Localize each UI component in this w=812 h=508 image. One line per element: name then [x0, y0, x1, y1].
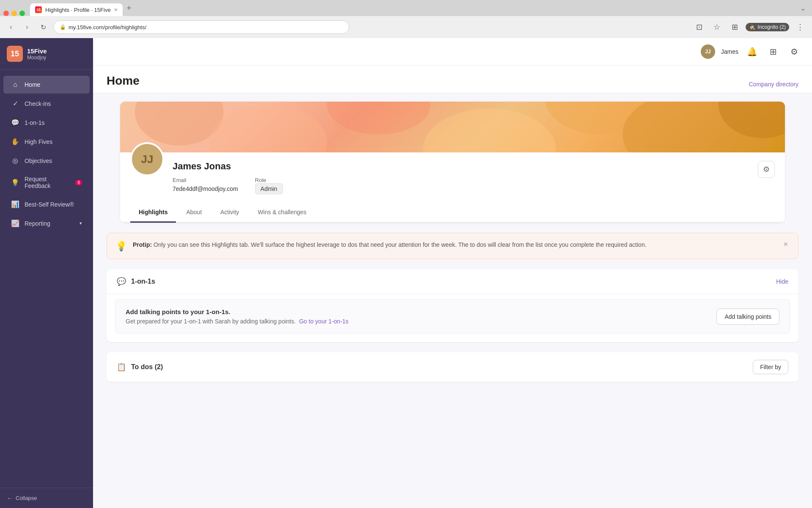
- brand-subtitle: Moodjoy: [27, 55, 47, 61]
- highfives-icon: ✋: [11, 138, 19, 146]
- incognito-icon: 🕵: [749, 24, 755, 30]
- sidebar-brand: 15 15Five Moodjoy: [0, 38, 93, 70]
- tab-highlights[interactable]: Highlights: [130, 203, 176, 223]
- forward-button[interactable]: ›: [21, 21, 33, 33]
- email-value: 7ede4ddf@moodjoy.com: [173, 185, 238, 192]
- reporting-icon: 📈: [11, 219, 19, 227]
- window-maximize-button[interactable]: [19, 11, 25, 16]
- settings-button[interactable]: ⚙: [787, 44, 802, 59]
- sidebar-item-highfives[interactable]: ✋ High Fives: [3, 133, 90, 151]
- window-minimize-button[interactable]: [11, 11, 17, 16]
- sidebar-item-bestself[interactable]: 📊 Best-Self Review®: [3, 195, 90, 213]
- svg-point-1: [209, 105, 327, 152]
- sidebar-item-highfives-label: High Fives: [25, 138, 52, 145]
- tab-close-button[interactable]: ×: [114, 6, 118, 13]
- sidebar-item-bestself-label: Best-Self Review®: [25, 201, 74, 208]
- main-content: JJ James 🔔 ⊞ ⚙ Home Company directory: [93, 38, 812, 508]
- oneonone-section: 💬 1-on-1s Hide Add talking points to you…: [107, 269, 798, 342]
- page-content: Home Company directory: [93, 66, 812, 419]
- talking-points-body: Get prepared for your 1-on-1 with Sarah …: [126, 318, 348, 325]
- sidebar-item-objectives[interactable]: ◎ Objectives: [3, 152, 90, 170]
- new-tab-button[interactable]: +: [124, 4, 134, 13]
- oneonone-section-header: 💬 1-on-1s Hide: [107, 269, 798, 294]
- talking-points-text: Add talking points to your 1-on-1s. Get …: [126, 308, 348, 325]
- lock-icon: 🔒: [60, 24, 66, 30]
- company-directory-link[interactable]: Company directory: [749, 81, 799, 88]
- svg-point-3: [423, 108, 556, 152]
- profile-card: JJ James Jonas Email 7ede4ddf@moodjoy.co…: [120, 102, 785, 223]
- address-text: my.15five.com/profile/highlights/: [69, 24, 146, 30]
- sidebar-item-requestfeedback[interactable]: 💡 Request Feedback 8: [3, 171, 90, 194]
- browser-toolbar: ‹ › ↻ 🔒 my.15five.com/profile/highlights…: [0, 16, 812, 38]
- top-avatar: JJ: [701, 44, 715, 59]
- sidebar-item-objectives-label: Objectives: [25, 157, 52, 164]
- profile-avatar: JJ: [130, 142, 164, 176]
- checkins-icon: ✓: [11, 99, 19, 108]
- tab-activity[interactable]: Activity: [212, 203, 247, 223]
- 1on1s-icon: 💬: [11, 119, 19, 127]
- incognito-label: Incognito (2): [757, 24, 786, 30]
- profile-tabs: Highlights About Activity Wins & challen…: [120, 203, 785, 223]
- objectives-icon: ◎: [11, 157, 19, 165]
- cast-icon[interactable]: ⊡: [692, 20, 706, 34]
- reporting-chevron-icon: ▾: [80, 221, 82, 226]
- todos-title: To dos (2): [131, 363, 748, 371]
- brand-name: 15Five: [27, 47, 47, 55]
- oneonone-content: Add talking points to your 1-on-1s. Get …: [107, 294, 798, 342]
- bestself-icon: 📊: [11, 200, 19, 208]
- protip-text: Protip: Only you can see this Highlights…: [133, 240, 647, 249]
- tab-list-button[interactable]: ⌄: [797, 2, 809, 14]
- sidebar-item-checkins-label: Check-ins: [25, 100, 51, 107]
- oneonone-title: 1-on-1s: [131, 278, 771, 285]
- sidebar: 15 15Five Moodjoy ⌂ Home ✓ Check-ins 💬 1…: [0, 38, 93, 508]
- sidebar-item-requestfeedback-label: Request Feedback: [25, 176, 70, 189]
- todos-section-header: 📋 To dos (2) Filter by: [107, 352, 798, 382]
- sidebar-item-home[interactable]: ⌂ Home: [3, 76, 90, 94]
- profile-details: James Jonas Email 7ede4ddf@moodjoy.com R…: [173, 159, 775, 193]
- sidebar-item-reporting[interactable]: 📈 Reporting ▾: [3, 214, 90, 232]
- profile-email-field: Email 7ede4ddf@moodjoy.com: [173, 177, 238, 193]
- collapse-button[interactable]: ← Collapse: [7, 495, 86, 501]
- brand-logo-icon: 15: [7, 46, 23, 62]
- sidebar-item-checkins[interactable]: ✓ Check-ins: [3, 94, 90, 113]
- go-to-1on1s-link[interactable]: Go to your 1-on-1s: [299, 318, 348, 325]
- profile-meta: Email 7ede4ddf@moodjoy.com Role Admin: [173, 177, 775, 193]
- address-bar[interactable]: 🔒 my.15five.com/profile/highlights/: [53, 20, 349, 34]
- tab-favicon: 15: [35, 6, 42, 13]
- window-close-button[interactable]: [3, 11, 9, 16]
- role-label: Role: [255, 177, 283, 183]
- profile-banner: [120, 102, 785, 152]
- incognito-badge: 🕵 Incognito (2): [746, 23, 789, 31]
- tab-wins-challenges[interactable]: Wins & challenges: [249, 203, 315, 223]
- tab-about[interactable]: About: [178, 203, 210, 223]
- tab-content-area: 💡 Protip: Only you can see this Highligh…: [93, 223, 812, 402]
- top-bar: JJ James 🔔 ⊞ ⚙: [93, 38, 812, 66]
- profile-window-icon[interactable]: ⊞: [728, 20, 741, 34]
- more-options-button[interactable]: ⋮: [793, 20, 807, 34]
- browser-actions: ⊡ ☆ ⊞ 🕵 Incognito (2) ⋮: [692, 20, 807, 34]
- active-tab[interactable]: 15 Highlights · Profile · 15Five ×: [30, 3, 123, 16]
- oneonone-hide-button[interactable]: Hide: [776, 278, 788, 285]
- requestfeedback-badge: 8: [75, 180, 82, 185]
- sidebar-item-1on1s[interactable]: 💬 1-on-1s: [3, 113, 90, 132]
- role-badge: Admin: [255, 183, 283, 194]
- profile-settings-button[interactable]: ⚙: [758, 161, 775, 178]
- requestfeedback-icon: 💡: [11, 179, 19, 187]
- bookmark-button[interactable]: ☆: [710, 20, 724, 34]
- reload-button[interactable]: ↻: [37, 21, 49, 33]
- todos-icon: 📋: [117, 362, 126, 372]
- oneonone-icon: 💬: [117, 277, 126, 286]
- sidebar-item-1on1s-label: 1-on-1s: [25, 119, 44, 126]
- profile-info: JJ James Jonas Email 7ede4ddf@moodjoy.co…: [120, 152, 785, 203]
- protip-close-button[interactable]: ×: [782, 240, 790, 249]
- profile-wrapper: JJ James Jonas Email 7ede4ddf@moodjoy.co…: [93, 93, 812, 223]
- email-label: Email: [173, 177, 238, 183]
- add-talking-points-button[interactable]: Add talking points: [716, 309, 779, 325]
- collapse-label: Collapse: [16, 495, 37, 501]
- notifications-button[interactable]: 🔔: [744, 44, 760, 59]
- svg-point-2: [327, 102, 431, 134]
- filter-by-button[interactable]: Filter by: [753, 360, 788, 374]
- back-button[interactable]: ‹: [5, 21, 17, 33]
- tab-title: Highlights · Profile · 15Five: [45, 7, 111, 13]
- apps-grid-button[interactable]: ⊞: [765, 44, 781, 59]
